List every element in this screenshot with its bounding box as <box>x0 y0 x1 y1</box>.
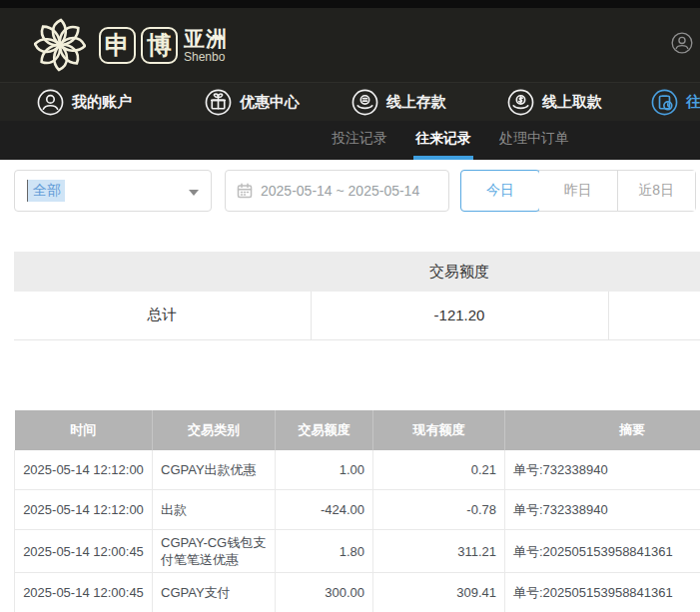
cell-balance: 311.21 <box>373 530 505 573</box>
cell-time: 2025-05-14 12:00:45 <box>15 530 153 573</box>
logo-char-box: 申 <box>99 27 136 64</box>
cell-summary: 单号:732338940 <box>505 490 700 530</box>
nav-item-label: 线上存款 <box>386 93 446 112</box>
table-row: 2025-05-14 12:00:45 CGPAY支付 300.00 309.4… <box>15 573 700 612</box>
summary-header-empty <box>608 252 700 292</box>
cell-time: 2025-05-14 12:00:45 <box>15 573 153 612</box>
summary-header-amount: 交易额度 <box>311 252 608 292</box>
cell-amount: 1.00 <box>276 450 373 490</box>
records-icon <box>651 89 678 116</box>
cell-amount: 1.80 <box>276 530 373 573</box>
cell-amount: 300.00 <box>276 573 373 612</box>
cell-summary: 单号:202505153958841361 <box>505 573 700 612</box>
cell-type: CGPAY-CG钱包支付笔笔送优惠 <box>153 530 276 573</box>
cell-time: 2025-05-14 12:12:00 <box>15 450 153 490</box>
tab-transaction-records[interactable]: 往来记录 <box>413 121 473 160</box>
date-range-input[interactable]: 2025-05-14 ~ 2025-05-14 <box>225 170 449 212</box>
col-header-summary: 摘要 <box>505 410 700 450</box>
quick-date-buttons: 今日 昨日 近8日 <box>460 170 696 212</box>
summary-table-wrap: 交易额度 总计 -121.20 <box>14 252 700 340</box>
col-header-amount: 交易额度 <box>276 410 373 450</box>
summary-empty-cell <box>608 292 700 339</box>
logo-region-cn: 亚洲 <box>184 28 228 49</box>
table-row: 2025-05-14 12:12:00 出款 -424.00 -0.78 单号:… <box>15 490 700 530</box>
cell-type: CGPAY出款优惠 <box>153 450 276 490</box>
chevron-down-icon <box>189 190 199 196</box>
main-nav: 我的账户 优惠中心 线上存款 线上取款 往来记录 <box>0 82 700 121</box>
tab-bet-records[interactable]: 投注记录 <box>330 121 389 160</box>
calendar-icon <box>237 183 253 199</box>
nav-item-label: 优惠中心 <box>240 93 300 112</box>
tab-pending-orders[interactable]: 处理中订单 <box>497 121 571 160</box>
table-row: 2025-05-14 12:12:00 CGPAY出款优惠 1.00 0.21 … <box>15 450 700 490</box>
nav-item-label: 线上取款 <box>542 93 602 112</box>
records-header-row: 时间 交易类别 交易额度 现有额度 摘要 <box>15 410 700 450</box>
nav-item-online-deposit[interactable]: 线上存款 <box>351 89 446 116</box>
col-header-time: 时间 <box>15 410 153 450</box>
cell-balance: 0.21 <box>373 450 505 490</box>
nav-item-online-withdraw[interactable]: 线上取款 <box>507 89 602 116</box>
logo-char-box: 博 <box>141 27 178 64</box>
cell-summary: 单号:732338940 <box>505 450 700 490</box>
last-8-days-button[interactable]: 近8日 <box>617 171 696 211</box>
sub-nav: 投注记录 往来记录 处理中订单 <box>0 121 700 160</box>
logo[interactable]: 申 博 亚洲 Shenbo <box>34 17 228 73</box>
type-select-value: 全部 <box>27 180 65 202</box>
summary-total-row: 总计 -121.20 <box>14 292 700 339</box>
col-header-type: 交易类别 <box>153 410 276 450</box>
cell-type: 出款 <box>153 490 276 530</box>
nav-item-transaction-records[interactable]: 往来记录 <box>651 89 700 116</box>
records-table: 时间 交易类别 交易额度 现有额度 摘要 2025-05-14 12:12:00… <box>14 410 700 612</box>
avatar-icon <box>671 32 693 54</box>
top-strip <box>0 0 700 8</box>
nav-item-label: 我的账户 <box>72 93 132 112</box>
summary-total-value: -121.20 <box>311 292 608 339</box>
user-menu[interactable]: qh <box>671 32 700 54</box>
today-button[interactable]: 今日 <box>460 170 540 212</box>
filter-row: 全部 2025-05-14 ~ 2025-05-14 今日 昨日 近8日 <box>14 170 700 212</box>
col-header-balance: 现有额度 <box>373 410 505 450</box>
site-header: 申 博 亚洲 Shenbo qh <box>0 8 700 82</box>
withdraw-icon <box>507 89 534 116</box>
flower-logo-icon <box>34 17 86 73</box>
account-icon <box>37 89 64 116</box>
cell-summary: 单号:202505153958841361 <box>505 530 700 573</box>
summary-header-row: 交易额度 <box>14 252 700 292</box>
table-row: 2025-05-14 12:00:45 CGPAY-CG钱包支付笔笔送优惠 1.… <box>15 530 700 573</box>
nav-item-label: 往来记录 <box>686 93 700 112</box>
yesterday-button[interactable]: 昨日 <box>539 171 617 211</box>
cell-type: CGPAY支付 <box>153 573 276 612</box>
summary-table: 交易额度 总计 -121.20 <box>14 252 700 340</box>
date-range-value: 2025-05-14 ~ 2025-05-14 <box>261 183 419 199</box>
records-table-wrap: 时间 交易类别 交易额度 现有额度 摘要 2025-05-14 12:12:00… <box>14 410 700 612</box>
summary-header-empty <box>14 252 311 292</box>
cell-time: 2025-05-14 12:12:00 <box>15 490 153 530</box>
gift-icon <box>205 89 232 116</box>
nav-item-promotions[interactable]: 优惠中心 <box>205 89 300 116</box>
nav-item-my-account[interactable]: 我的账户 <box>37 89 132 116</box>
deposit-icon <box>351 89 378 116</box>
cell-balance: 309.41 <box>373 573 505 612</box>
cell-amount: -424.00 <box>276 490 373 530</box>
logo-brand-en: Shenbo <box>184 51 228 63</box>
type-select-dropdown[interactable]: 全部 <box>14 170 212 212</box>
content: 全部 2025-05-14 ~ 2025-05-14 今日 昨日 近8日 交易额… <box>0 170 700 612</box>
summary-total-label: 总计 <box>14 292 311 339</box>
logo-region: 亚洲 Shenbo <box>184 28 228 63</box>
cell-balance: -0.78 <box>373 490 505 530</box>
